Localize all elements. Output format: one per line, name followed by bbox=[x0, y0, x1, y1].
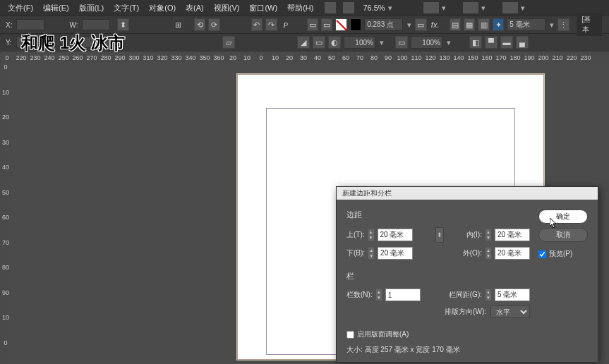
menu-window[interactable]: 窗口(W) bbox=[245, 1, 282, 15]
ruler-tick: 160 bbox=[480, 54, 494, 61]
align-m-icon[interactable]: ▬ bbox=[500, 36, 513, 49]
flip-v-icon[interactable]: ⟳ bbox=[208, 18, 219, 31]
stock-icon[interactable] bbox=[343, 2, 354, 13]
bottom-input[interactable] bbox=[378, 247, 413, 260]
zoom-level[interactable]: 76.5% bbox=[363, 4, 385, 12]
opacity-icon[interactable]: ◐ bbox=[328, 36, 341, 49]
scale-dropdown-icon[interactable]: ▾ bbox=[378, 39, 385, 46]
ruler-tick: 40 bbox=[310, 54, 325, 61]
ruler-tick: 230 bbox=[28, 54, 42, 61]
ok-button[interactable]: 确定 bbox=[538, 210, 588, 224]
stroke-weight-input[interactable] bbox=[364, 18, 403, 31]
outside-spinner[interactable]: ▲▼ bbox=[485, 247, 492, 260]
align-center-icon[interactable]: ▦ bbox=[464, 18, 475, 31]
shear-icon[interactable]: ▱ bbox=[222, 36, 235, 49]
fill-none-icon[interactable] bbox=[335, 18, 346, 31]
menu-view[interactable]: 视图(V) bbox=[210, 1, 244, 15]
ruler-vtick: 70 bbox=[0, 239, 11, 265]
direction-select[interactable]: 水平 bbox=[490, 305, 530, 318]
margins-section-title: 边距 bbox=[346, 210, 530, 220]
stroke-style-icon[interactable]: ▭ bbox=[415, 18, 426, 31]
bottom-spinner[interactable]: ▲▼ bbox=[368, 247, 375, 260]
menu-edit[interactable]: 编辑(E) bbox=[39, 1, 73, 15]
opacity-input[interactable] bbox=[411, 36, 442, 49]
outside-label: 外(O): bbox=[463, 248, 482, 258]
flip-h-icon[interactable]: ⟲ bbox=[194, 18, 205, 31]
ruler-vtick: 40 bbox=[0, 164, 11, 189]
view-mode-icon[interactable] bbox=[423, 2, 439, 13]
arrange-icon[interactable] bbox=[502, 2, 518, 13]
bridge-icon[interactable] bbox=[325, 2, 336, 13]
count-input[interactable] bbox=[385, 289, 421, 301]
cancel-button[interactable]: 取消 bbox=[538, 228, 588, 242]
link-margins-icon[interactable]: ⬍ bbox=[435, 227, 444, 243]
basic-tab[interactable]: [基本 bbox=[577, 13, 602, 36]
menu-help[interactable]: 帮助(H) bbox=[283, 1, 318, 15]
x-input[interactable] bbox=[16, 19, 44, 30]
menu-type[interactable]: 文字(T) bbox=[109, 1, 143, 15]
ruler-vtick: 10 bbox=[0, 314, 11, 339]
corner2-icon[interactable]: ▭ bbox=[313, 36, 325, 49]
spacing-input[interactable] bbox=[507, 18, 545, 31]
menu-object[interactable]: 对象(O) bbox=[145, 1, 180, 15]
preview-checkbox-input[interactable] bbox=[538, 250, 546, 258]
ruler-tick: 120 bbox=[423, 54, 438, 61]
zoom-dropdown-icon[interactable]: ▾ bbox=[387, 4, 394, 11]
w-label: W: bbox=[69, 21, 78, 29]
corner-icon[interactable]: ◢ bbox=[297, 36, 310, 49]
adjust-layout-checkbox[interactable]: 启用版面调整(A) bbox=[346, 329, 530, 339]
ruler-tick: 250 bbox=[56, 54, 71, 61]
ruler-tick: 350 bbox=[198, 54, 212, 61]
screen-mode-icon[interactable] bbox=[463, 2, 478, 13]
outside-input[interactable] bbox=[495, 247, 530, 260]
distribute-icon[interactable]: ✦ bbox=[493, 18, 504, 31]
align-left-icon[interactable]: ▤ bbox=[450, 18, 461, 31]
stroke-dropdown-icon[interactable]: ▾ bbox=[406, 21, 412, 28]
constrain-wh-icon[interactable]: ⬍ bbox=[117, 18, 128, 31]
align-t-icon[interactable]: ▀ bbox=[485, 36, 498, 49]
align-b-icon[interactable]: ▄ bbox=[516, 36, 529, 49]
text-wrap2-icon[interactable]: ▭ bbox=[321, 18, 332, 31]
arrange-dropdown-icon[interactable]: ▾ bbox=[519, 4, 526, 11]
swap-icon[interactable] bbox=[350, 18, 361, 31]
ruler-tick: 70 bbox=[353, 54, 367, 61]
ruler-vtick: 0 bbox=[0, 63, 11, 89]
size-info: 大小: 高度 257 毫米 x 宽度 170 毫米 bbox=[346, 345, 530, 355]
inside-input[interactable] bbox=[495, 229, 530, 241]
fx-icon[interactable]: fx. bbox=[430, 18, 441, 31]
menu-file[interactable]: 文件(F) bbox=[4, 1, 37, 15]
ruler-tick: 80 bbox=[367, 54, 381, 61]
rotate-cw-icon[interactable]: ↷ bbox=[265, 18, 277, 31]
top-spinner[interactable]: ▲▼ bbox=[368, 229, 375, 241]
blend-icon[interactable]: ▭ bbox=[395, 36, 408, 49]
top-input[interactable] bbox=[378, 229, 413, 241]
count-spinner[interactable]: ▲▼ bbox=[375, 289, 382, 301]
inside-spinner[interactable]: ▲▼ bbox=[485, 229, 492, 241]
adjust-checkbox-input[interactable] bbox=[346, 331, 354, 339]
ruler-tick: 50 bbox=[325, 54, 339, 61]
ruler-tick: 200 bbox=[536, 54, 550, 61]
vertical-ruler[interactable]: 0 10 20 30 40 50 60 70 80 90 10 0 bbox=[0, 63, 11, 364]
more-icon[interactable]: ⋮ bbox=[557, 18, 569, 31]
text-wrap-icon[interactable]: ▭ bbox=[307, 18, 318, 31]
screen-mode-dropdown-icon[interactable]: ▾ bbox=[480, 4, 487, 11]
ruler-tick: 340 bbox=[183, 54, 198, 61]
gutter-input[interactable] bbox=[495, 289, 530, 301]
ref-point-icon[interactable]: ⊞ bbox=[173, 18, 184, 31]
p-icon[interactable]: P bbox=[280, 18, 291, 31]
align-right-icon[interactable]: ▥ bbox=[478, 18, 489, 31]
opacity-dropdown-icon[interactable]: ▾ bbox=[445, 39, 452, 46]
view-mode-dropdown-icon[interactable]: ▾ bbox=[440, 4, 447, 11]
preview-checkbox[interactable]: 预览(P) bbox=[538, 249, 588, 259]
gutter-spinner[interactable]: ▲▼ bbox=[485, 289, 492, 301]
direction-label: 排版方向(W): bbox=[445, 307, 486, 317]
w-input[interactable] bbox=[82, 19, 110, 30]
rotate-ccw-icon[interactable]: ↶ bbox=[251, 18, 263, 31]
effects-icon[interactable]: ◧ bbox=[469, 36, 482, 49]
top-label: 上(T): bbox=[346, 230, 365, 240]
menu-layout[interactable]: 版面(L) bbox=[75, 1, 108, 15]
ruler-tick: 20 bbox=[282, 54, 296, 61]
scale-input[interactable] bbox=[344, 36, 375, 49]
menu-table[interactable]: 表(A) bbox=[181, 1, 208, 15]
spacing-dropdown-icon[interactable]: ▾ bbox=[548, 21, 555, 28]
